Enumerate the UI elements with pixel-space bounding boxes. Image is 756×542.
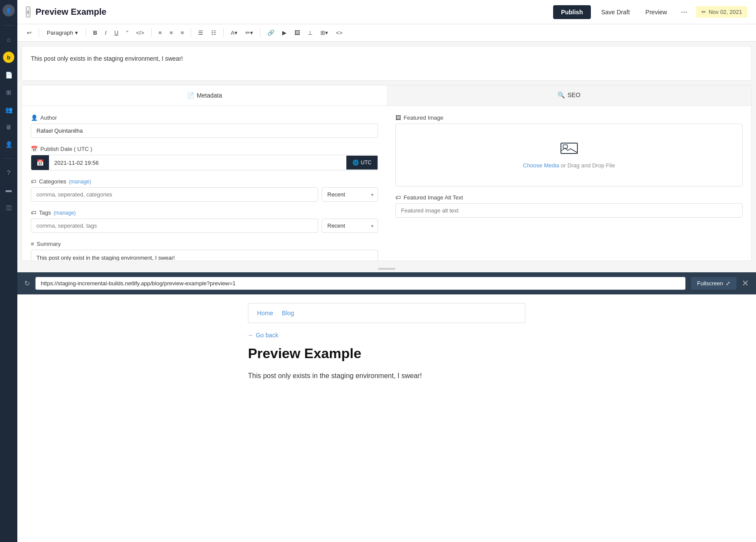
list-ul-button[interactable]: ☰ bbox=[196, 28, 206, 38]
brand-icon[interactable]: b bbox=[3, 52, 14, 63]
list-ol-button[interactable]: ☷ bbox=[209, 28, 219, 38]
highlight-button[interactable]: ✏ ▾ bbox=[243, 28, 256, 38]
save-draft-button[interactable]: Save Draft bbox=[596, 5, 635, 19]
toolbar-divider-3 bbox=[151, 29, 152, 37]
layers-icon[interactable]: ◫ bbox=[3, 202, 14, 212]
display-icon[interactable]: 🖥 bbox=[3, 122, 14, 132]
paragraph-dropdown-icon: ▾ bbox=[75, 29, 78, 36]
seo-tab-label: SEO bbox=[567, 91, 580, 98]
editor-content: This post only exists in the staging env… bbox=[31, 55, 743, 62]
snippet-icon[interactable]: ▬ bbox=[3, 185, 14, 195]
tags-select[interactable]: Recent bbox=[322, 219, 378, 233]
featured-image-alt-field: 🏷 Featured Image Alt Text bbox=[395, 194, 743, 218]
featured-image-alt-icon: 🏷 bbox=[395, 194, 401, 201]
sidebar-divider-2 bbox=[3, 158, 14, 159]
publish-date-icon: 📅 bbox=[31, 146, 38, 152]
date-input[interactable] bbox=[49, 156, 346, 170]
color-a-label: A bbox=[231, 29, 235, 36]
summary-textarea[interactable]: This post only exist in the staging envi… bbox=[31, 250, 378, 261]
undo-button[interactable]: ↩ bbox=[24, 28, 34, 38]
link-button[interactable]: 🔗 bbox=[265, 28, 277, 38]
home-icon[interactable]: ⌂ bbox=[3, 34, 14, 45]
color-button[interactable]: A ▾ bbox=[228, 28, 240, 38]
globe-icon: 🌐 bbox=[352, 160, 359, 166]
toolbar-divider-1 bbox=[39, 29, 39, 37]
image-button[interactable]: 🖼 bbox=[292, 28, 303, 38]
refresh-icon[interactable]: ↻ bbox=[24, 279, 30, 287]
more-button[interactable]: ··· bbox=[678, 6, 691, 18]
featured-image-drag-text: Drag and Drop File bbox=[567, 162, 615, 169]
toolbar-divider-2 bbox=[86, 29, 86, 37]
categories-manage-link[interactable]: (manage) bbox=[69, 179, 91, 185]
help-icon[interactable]: ? bbox=[3, 167, 14, 178]
docs-icon[interactable]: 📄 bbox=[3, 70, 14, 80]
people-icon[interactable]: 👥 bbox=[3, 104, 14, 115]
tab-metadata[interactable]: 📄 Metadata bbox=[22, 85, 387, 105]
categories-input[interactable] bbox=[31, 187, 318, 202]
metadata-tab-label: Metadata bbox=[197, 92, 222, 99]
tags-select-wrap: Recent bbox=[322, 219, 378, 233]
date-calendar-button[interactable]: 📅 bbox=[31, 155, 49, 170]
editor-toolbar: ↩ Paragraph ▾ B I U " </> ≡ ≡ ≡ ☰ ☷ A ▾ bbox=[17, 24, 756, 42]
table-label: ⊞ bbox=[320, 29, 325, 36]
table-button[interactable]: ⊞ ▾ bbox=[318, 28, 331, 38]
underline-button[interactable]: U bbox=[112, 28, 121, 38]
table-dropdown-icon: ▾ bbox=[325, 29, 328, 36]
code-button[interactable]: <> bbox=[333, 28, 345, 38]
grid-icon[interactable]: ⊞ bbox=[3, 87, 14, 98]
metadata-tabs: 📄 Metadata 🔍 SEO bbox=[22, 85, 751, 106]
insert-button[interactable]: ⊥ bbox=[305, 28, 315, 38]
tags-manage-link[interactable]: (manage) bbox=[53, 210, 75, 216]
back-button[interactable]: ‹ bbox=[26, 7, 30, 17]
bold-button[interactable]: B bbox=[91, 28, 100, 38]
paragraph-select[interactable]: Paragraph ▾ bbox=[43, 28, 81, 38]
summary-icon: ≡ bbox=[31, 241, 34, 247]
tags-input[interactable] bbox=[31, 219, 318, 233]
categories-label: 🏷 Categories (manage) bbox=[31, 178, 378, 185]
author-select[interactable]: Rafael Quintanilha bbox=[31, 124, 378, 138]
align-left-button[interactable]: ≡ bbox=[156, 28, 165, 38]
code-inline-button[interactable]: </> bbox=[134, 28, 147, 38]
users-icon[interactable]: 👤 bbox=[3, 139, 14, 150]
categories-select[interactable]: Recent bbox=[322, 187, 378, 202]
tab-seo[interactable]: 🔍 SEO bbox=[387, 85, 751, 105]
choose-media-link[interactable]: Choose Media bbox=[523, 162, 559, 169]
utc-button[interactable]: 🌐 UTC bbox=[346, 156, 378, 170]
close-preview-button[interactable]: ✕ bbox=[742, 278, 749, 288]
featured-image-drop-zone[interactable]: Choose Media or Drag and Drop File bbox=[395, 124, 743, 186]
italic-button[interactable]: I bbox=[102, 28, 109, 38]
highlight-label: ✏ bbox=[245, 29, 250, 36]
toolbar-divider-5 bbox=[223, 29, 224, 37]
editor-area: ↩ Paragraph ▾ B I U " </> ≡ ≡ ≡ ☰ ☷ A ▾ bbox=[17, 24, 756, 272]
go-back-link[interactable]: ← Go back bbox=[248, 332, 525, 339]
metadata-body: 👤 Author Rafael Quintanilha 📅 Publish Da… bbox=[22, 106, 751, 261]
publish-date-label: 📅 Publish Date ( UTC ) bbox=[31, 146, 378, 152]
publish-button[interactable]: Publish bbox=[553, 5, 591, 19]
summary-label: ≡ Summary bbox=[31, 241, 378, 247]
featured-image-alt-input[interactable] bbox=[395, 203, 743, 218]
preview-nav-blog[interactable]: Blog bbox=[282, 310, 294, 317]
video-button[interactable]: ▶ bbox=[280, 28, 289, 38]
categories-row: Recent bbox=[31, 187, 378, 202]
categories-select-wrap: Recent bbox=[322, 187, 378, 202]
preview-content: Home Blog ← Go back Preview Example This… bbox=[17, 294, 756, 542]
featured-image-icon: 🖼 bbox=[395, 114, 401, 121]
preview-button[interactable]: Preview bbox=[640, 5, 672, 19]
sidebar: 👤 ⌂ b 📄 ⊞ 👥 🖥 👤 ? ▬ ◫ bbox=[0, 0, 17, 542]
preview-url-input[interactable] bbox=[35, 277, 686, 290]
quote-button[interactable]: " bbox=[124, 28, 131, 38]
publish-date-field: 📅 Publish Date ( UTC ) 📅 🌐 UTC bbox=[31, 146, 378, 170]
preview-nav-home[interactable]: Home bbox=[257, 310, 273, 317]
user-avatar[interactable]: 👤 bbox=[3, 4, 15, 16]
fullscreen-button[interactable]: Fullscreen ⤢ bbox=[691, 277, 736, 290]
content-editor[interactable]: This post only exists in the staging env… bbox=[22, 46, 752, 81]
summary-field: ≡ Summary This post only exist in the st… bbox=[31, 241, 378, 261]
page-title: Preview Example bbox=[36, 7, 548, 17]
author-icon: 👤 bbox=[31, 114, 38, 121]
featured-image-cta: Choose Media or Drag and Drop File bbox=[404, 162, 733, 169]
align-center-button[interactable]: ≡ bbox=[167, 28, 176, 38]
scroll-handle[interactable] bbox=[378, 268, 395, 269]
align-right-button[interactable]: ≡ bbox=[178, 28, 187, 38]
date-button[interactable]: ✏ Nov 02, 2021 bbox=[696, 6, 747, 18]
tags-icon: 🏷 bbox=[31, 209, 36, 216]
